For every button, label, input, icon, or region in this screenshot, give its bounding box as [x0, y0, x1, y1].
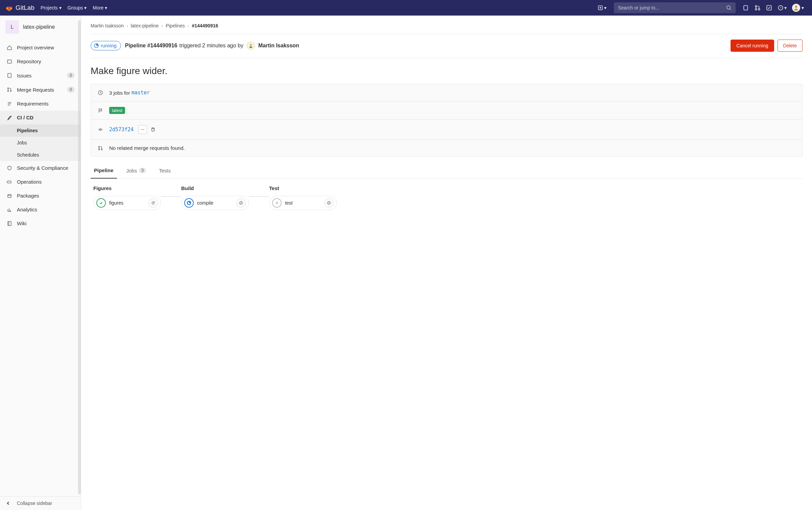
- sidebar-item-security[interactable]: Security & Compliance: [0, 161, 81, 175]
- help-menu[interactable]: ?▾: [778, 5, 787, 11]
- nav-more-label: More: [93, 5, 103, 10]
- nav-groups[interactable]: Groups▾: [68, 5, 87, 10]
- svg-rect-17: [8, 222, 11, 226]
- book-icon: [6, 221, 13, 226]
- flag-icon: [98, 108, 104, 113]
- delete-button[interactable]: Delete: [778, 40, 803, 52]
- count-badge: 0: [67, 87, 75, 93]
- running-icon: [94, 43, 99, 48]
- chevron-down-icon: ▾: [604, 5, 606, 10]
- sidebar-item-merge-requests[interactable]: Merge Requests0: [0, 83, 81, 97]
- status-text: running: [101, 43, 117, 48]
- sidebar-item-project-overview[interactable]: Project overview: [0, 41, 81, 54]
- brand-text: GitLab: [16, 4, 34, 11]
- svg-point-5: [758, 8, 760, 10]
- tab-tests[interactable]: Tests: [156, 163, 174, 178]
- plus-menu[interactable]: ▾: [598, 5, 606, 10]
- commit-title: Make figure wider.: [91, 66, 803, 76]
- chevron-down-icon: ▾: [802, 5, 804, 10]
- sidebar-item-label: CI / CD: [17, 115, 33, 120]
- ellipsis-button[interactable]: [138, 125, 147, 134]
- user-menu[interactable]: ▾: [792, 4, 804, 12]
- cancel-icon[interactable]: [236, 198, 246, 208]
- job-name: compile: [197, 200, 213, 206]
- sidebar-subitem-schedules[interactable]: Schedules: [0, 149, 81, 161]
- project-name: latex-pipeline: [23, 24, 55, 30]
- job-name: test: [285, 200, 293, 206]
- status-badge[interactable]: running: [91, 41, 121, 50]
- author-name[interactable]: Martin Isaksson: [258, 43, 299, 49]
- retry-icon[interactable]: [148, 198, 158, 208]
- merge-requests-icon: [6, 87, 13, 92]
- sidebar-subitem-jobs[interactable]: Jobs: [0, 137, 81, 149]
- global-search[interactable]: [614, 2, 736, 13]
- mr-text: No related merge requests found.: [109, 145, 185, 151]
- tab-jobs[interactable]: Jobs3: [123, 163, 149, 178]
- sidebar-item-operations[interactable]: Operations: [0, 175, 81, 189]
- pipeline-info: Pipeline #144490916 triggered 2 minutes …: [125, 42, 299, 50]
- chevron-right-icon: ›: [126, 23, 128, 28]
- svg-point-24: [144, 129, 144, 130]
- svg-rect-2: [744, 5, 747, 10]
- chart-icon: [6, 207, 13, 212]
- sidebar-item-label: Analytics: [17, 207, 37, 212]
- breadcrumb-current: #144490916: [192, 23, 218, 28]
- jobs-info-row: 3 jobs for master: [91, 84, 802, 101]
- sidebar-subitem-pipelines[interactable]: Pipelines: [0, 124, 81, 137]
- tags-row: latest: [91, 101, 802, 120]
- stage-title: Build: [181, 185, 249, 191]
- svg-point-1: [727, 6, 730, 9]
- collapse-sidebar[interactable]: Collapse sidebar: [0, 496, 81, 510]
- count-badge: 3: [139, 168, 146, 173]
- sidebar-item-cicd[interactable]: CI / CD: [0, 111, 81, 124]
- issues-icon: [6, 73, 13, 78]
- clock-icon: [98, 90, 104, 95]
- avatar[interactable]: [247, 42, 255, 50]
- pending-icon: [272, 198, 282, 208]
- project-header[interactable]: L latex-pipeline: [0, 16, 81, 39]
- todos-icon[interactable]: [766, 5, 772, 11]
- issues-icon[interactable]: [743, 5, 749, 11]
- breadcrumb-project[interactable]: latex-pipeline: [131, 23, 159, 28]
- svg-point-22: [141, 129, 142, 130]
- sidebar-item-wiki[interactable]: Wiki: [0, 216, 81, 230]
- merge-requests-icon: [98, 145, 104, 151]
- merge-requests-icon[interactable]: [755, 5, 761, 11]
- running-icon: [184, 198, 194, 208]
- chevron-down-icon: ▾: [784, 5, 787, 10]
- sidebar-item-packages[interactable]: Packages: [0, 189, 81, 203]
- tab-pipeline[interactable]: Pipeline: [91, 163, 117, 179]
- cloud-icon: [6, 179, 13, 185]
- commit-row: 2d573f24: [91, 120, 802, 140]
- job-figures[interactable]: figures: [93, 196, 161, 210]
- search-icon: [726, 5, 732, 10]
- commit-sha[interactable]: 2d573f24: [109, 126, 134, 133]
- breadcrumb-pipelines[interactable]: Pipelines: [166, 23, 185, 28]
- search-input[interactable]: [618, 5, 726, 10]
- nav-projects-label: Projects: [41, 5, 58, 10]
- job-name: figures: [109, 200, 123, 206]
- svg-point-21: [100, 129, 101, 131]
- svg-point-9: [795, 5, 797, 8]
- nav-projects[interactable]: Projects▾: [41, 5, 62, 10]
- branch-link[interactable]: master: [132, 90, 150, 96]
- job-compile[interactable]: compile: [181, 196, 249, 210]
- sidebar-item-issues[interactable]: Issues0: [0, 68, 81, 83]
- chevron-right-icon: ›: [161, 23, 163, 28]
- gitlab-logo[interactable]: GitLab: [5, 4, 34, 11]
- sidebar-item-requirements[interactable]: Requirements: [0, 97, 81, 111]
- copy-sha-button[interactable]: [148, 125, 157, 134]
- scrollbar[interactable]: [78, 20, 81, 494]
- svg-point-15: [10, 91, 11, 92]
- shield-icon: [6, 165, 13, 171]
- success-icon: [96, 198, 106, 208]
- sidebar-item-repository[interactable]: Repository: [0, 54, 81, 68]
- nav-more[interactable]: More▾: [93, 5, 107, 10]
- cancel-icon[interactable]: [324, 198, 334, 208]
- sidebar-item-label: Wiki: [17, 221, 26, 226]
- package-icon: [6, 193, 13, 199]
- job-test[interactable]: test: [269, 196, 337, 210]
- breadcrumb-user[interactable]: Martin Isaksson: [91, 23, 124, 28]
- sidebar-item-analytics[interactable]: Analytics: [0, 203, 81, 216]
- cancel-running-button[interactable]: Cancel running: [731, 40, 774, 52]
